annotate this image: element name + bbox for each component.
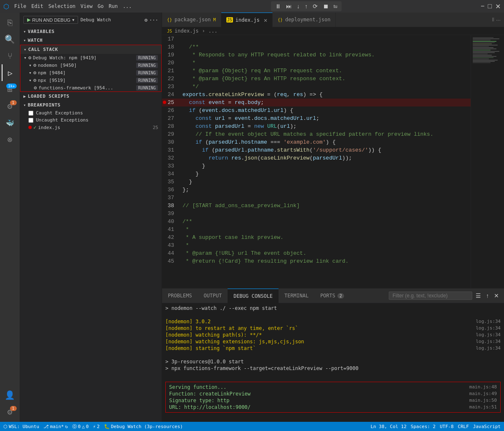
callstack-ff-name: ⚙ functions-framework [954... [34, 85, 134, 91]
more-options-icon[interactable]: ··· [149, 17, 158, 23]
status-errors[interactable]: ⓪ 0 △ 0 [72, 423, 89, 430]
status-left: ⬡ WSL: Ubuntu ⎇ main* ↻ ⓪ 0 △ 0 ⚡ 2 🐛 De… [3, 423, 183, 430]
activity-test[interactable]: ⊗ [2, 131, 18, 148]
variables-section-header[interactable]: ▾ VARIABLES [20, 27, 162, 36]
panel-tab-debug-console[interactable]: DEBUG CONSOLE [228, 289, 279, 303]
status-branch[interactable]: ⎇ main* ↻ [43, 424, 68, 429]
breakpoints-header[interactable]: ▾ BREAKPOINTS [20, 101, 162, 109]
activity-explorer[interactable]: ⎘ [2, 14, 18, 31]
nodemon-restart-file[interactable]: log.js:34 [476, 325, 501, 331]
callstack-group-debug-watch[interactable]: ▾ ⚙ Debug Watch: npm [9419] RUNNING [20, 54, 161, 61]
code-editor[interactable]: 17 18 /** 19 * Responds to any HTTP requ… [162, 35, 471, 288]
status-right: Ln 38, Col 12 Spaces: 2 UTF-8 CRLF JavaS… [370, 424, 501, 429]
console-scroll-btn[interactable]: ↑ [484, 292, 491, 300]
console-close-btn[interactable]: ✕ [492, 292, 501, 300]
minimap-line [473, 45, 498, 46]
tab-package-json[interactable]: {} package.json M [162, 13, 221, 27]
split-editor-icon[interactable]: ⫴ [492, 16, 494, 23]
menu-go[interactable]: Go [98, 3, 104, 9]
line-num-35: 35 [162, 178, 181, 186]
status-language[interactable]: JavaScript [473, 424, 501, 429]
activity-docker[interactable]: 🐳 [2, 114, 18, 131]
console-list-view-btn[interactable]: ☰ [474, 292, 483, 300]
title-bar-right: − □ ✕ [481, 3, 501, 10]
line-num-18: 18 [162, 43, 181, 51]
signature-file[interactable]: main.js:50 [469, 398, 497, 403]
panel-tab-ports[interactable]: PORTS 2 [314, 289, 350, 303]
debug-step-over-btn[interactable]: ⏭ [284, 2, 294, 10]
caught-exceptions-checkbox[interactable] [28, 111, 33, 116]
menu-more[interactable]: ... [123, 3, 132, 9]
serving-file[interactable]: main.js:48 [469, 384, 497, 390]
debug-pause-btn[interactable]: ⏸ [274, 2, 283, 10]
callstack-npx[interactable]: ▾ ⚙ npx [9519] RUNNING [20, 76, 161, 84]
gear-icon: ⚙ [33, 70, 36, 76]
breakpoints-section: ▾ BREAKPOINTS Caught Exceptions Uncaught… [20, 101, 162, 422]
menu-edit[interactable]: Edit [31, 3, 43, 9]
tab-deployment-json[interactable]: {} deployment.json [273, 13, 336, 27]
branch-label: main* [50, 424, 64, 429]
activity-extra[interactable]: ⚙ 1 [2, 98, 18, 114]
console-line-start: > 3p-resources@1.0.0 start [165, 358, 501, 365]
url-file[interactable]: main.js:51 [469, 404, 497, 410]
line-content-22: * @param {Object} res An HTTP response c… [181, 75, 471, 83]
running-badge: RUNNING [136, 55, 158, 61]
activity-bottom: 👤 ⚙ 1 [2, 387, 18, 420]
editor-area: {} package.json M JS index.js ✕ {} deplo… [162, 13, 504, 422]
callstack-functions-framework[interactable]: ⚙ functions-framework [954... RUNNING [20, 84, 161, 91]
callstack-npm[interactable]: ▾ ⚙ npm [9484] RUNNING [20, 69, 161, 76]
nodemon-watching-file[interactable]: log.js:34 [476, 332, 501, 338]
panel-tab-problems[interactable]: PROBLEMS [162, 289, 198, 303]
activity-debug[interactable]: ▷ [2, 64, 18, 81]
nodemon-version-file[interactable]: log.js:34 [476, 319, 501, 325]
function-file[interactable]: main.js:49 [469, 391, 497, 397]
callstack-section-header[interactable]: ▾ CALL STACK [20, 45, 161, 54]
activity-settings[interactable]: ⚙ 1 [2, 403, 18, 420]
tab-close-icon[interactable]: ✕ [264, 17, 267, 23]
panel-tab-terminal[interactable]: TERMINAL [279, 289, 314, 303]
debug-more-btn[interactable]: tu [332, 3, 339, 10]
settings-icon[interactable]: ⚙ [144, 17, 147, 23]
activity-extensions[interactable]: ⊞ 1k+ [2, 81, 18, 98]
more-editor-icon[interactable]: ··· [496, 17, 501, 23]
menu-run[interactable]: Run [109, 3, 118, 9]
breakpoint-dot-icon [28, 126, 32, 129]
debug-step-out-btn[interactable]: ↑ [303, 2, 309, 10]
console-filter-input[interactable] [389, 292, 472, 300]
status-debug-info[interactable]: ⚡ 2 [93, 424, 99, 429]
minimap-line [473, 40, 491, 41]
status-encoding[interactable]: UTF-8 [440, 424, 453, 429]
watch-section-header[interactable]: ▾ WATCH [20, 36, 162, 45]
npx-running-badge: RUNNING [136, 78, 158, 83]
menu-view[interactable]: View [81, 3, 93, 9]
panel-tab-output[interactable]: OUTPUT [198, 289, 228, 303]
uncaught-exceptions-checkbox[interactable] [28, 118, 33, 123]
menu-selection[interactable]: Selection [48, 3, 76, 9]
close-btn[interactable]: ✕ [495, 3, 501, 10]
debug-stop-btn[interactable]: ⏹ [321, 2, 330, 10]
status-position[interactable]: Ln 38, Col 12 [370, 424, 406, 429]
status-spaces[interactable]: Spaces: 2 [411, 424, 436, 429]
nodemon-extensions-file[interactable]: log.js:34 [476, 339, 501, 345]
maximize-btn[interactable]: □ [488, 3, 492, 10]
run-debug-button[interactable]: ▶ RUN AND DEBUG ▾ [23, 16, 78, 24]
activity-account[interactable]: 👤 [2, 387, 18, 403]
status-wsl[interactable]: ⬡ WSL: Ubuntu [3, 424, 39, 429]
breadcrumb-file[interactable]: index.js [175, 28, 199, 34]
minimize-btn[interactable]: − [481, 3, 484, 10]
status-line-ending[interactable]: CRLF [458, 424, 469, 429]
breadcrumb-more[interactable]: ... [208, 28, 218, 34]
status-debug-session[interactable]: 🐛 Debug Watch (3p-resources) [104, 424, 183, 429]
debug-restart-btn[interactable]: ⟳ [311, 2, 319, 10]
loaded-scripts-header[interactable]: ▶ LOADED SCRIPTS [20, 92, 162, 101]
activity-search[interactable]: 🔍 [2, 31, 18, 48]
nodemon-starting-file[interactable]: log.js:34 [476, 345, 501, 351]
callstack-npx-label: npx [9519] [38, 78, 66, 83]
menu-file[interactable]: File [14, 3, 26, 9]
activity-source-control[interactable]: ⑂ [2, 48, 18, 64]
callstack-chevron-icon: ▾ [24, 47, 27, 52]
breakpoints-label: BREAKPOINTS [28, 102, 61, 108]
callstack-nodemon[interactable]: ▾ ⚙ nodemon [9450] RUNNING [20, 61, 161, 69]
tab-index-js[interactable]: JS index.js ✕ [221, 13, 273, 27]
debug-step-into-btn[interactable]: ↓ [295, 2, 301, 10]
